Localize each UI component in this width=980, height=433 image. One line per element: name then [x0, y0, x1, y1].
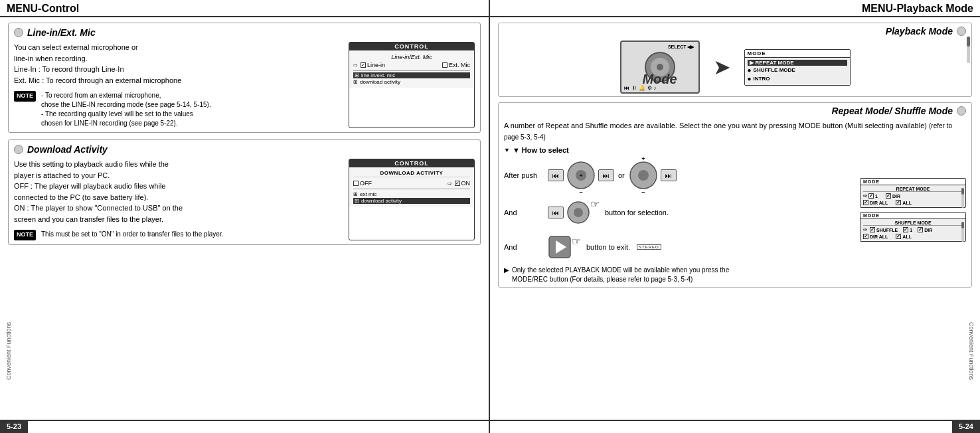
- on-label: ON: [461, 180, 471, 187]
- svg-point-2: [657, 64, 663, 70]
- repeat-scroll-thumb: [961, 188, 964, 195]
- download-section: Download Activity Use this setting to pl…: [8, 139, 481, 245]
- dl-menu-item-2: ⊞ download activity: [353, 198, 470, 204]
- line-in-label: Line-in: [367, 62, 385, 68]
- left-header-text: MENU-Control: [7, 3, 79, 14]
- playback-mode-section: Playback Mode SELECT ◀▶ Mo: [498, 23, 972, 97]
- section-body: You can select external microphone or li…: [14, 42, 475, 128]
- line-in-title: Line-in/Ext. Mic: [27, 27, 96, 38]
- shuffle-1-item: 1: [903, 227, 912, 232]
- right-content: Playback Mode SELECT ◀▶ Mo: [490, 17, 980, 420]
- on-arrow: ⇨: [448, 181, 452, 187]
- how-to-select: ▼ ▼ How to select: [504, 146, 966, 154]
- repeat-dir-label: DIR: [892, 194, 900, 199]
- nav-group-1: ⏮ + – ⏭: [548, 161, 614, 190]
- mode-panel-header: MODE: [745, 50, 850, 58]
- shuffle-dirall-check[interactable]: [863, 234, 868, 239]
- repeat-shuffle-section: Repeat Mode/ Shuffle Mode A number of Re…: [498, 102, 972, 288]
- menu-item-2-text: download activity: [360, 79, 400, 85]
- triangle-bullet: ▼: [504, 147, 510, 153]
- download-body-text: Use this setting to playback audio files…: [14, 159, 343, 224]
- shuffle-dir-label: DIR: [924, 228, 932, 232]
- shuffle-dirall-label: DIR ALL: [870, 234, 888, 239]
- right-header: MENU-Playback Mode: [490, 0, 980, 17]
- mode-bullet-shuffle: ●: [748, 66, 752, 74]
- d-pad-sm: ☞: [566, 201, 590, 224]
- d-pad-container: + –: [566, 161, 596, 190]
- control-options-row: ⇨ Line-in Ext. Mic: [353, 61, 470, 69]
- repeat-dir-item: DIR: [886, 193, 900, 199]
- off-label: OFF: [360, 180, 372, 187]
- mode-panels-col: MODE REPEAT MODE ⇨ 1: [860, 178, 966, 262]
- shuffle-1-check[interactable]: [903, 227, 908, 232]
- stereo-text: STEREO: [637, 244, 661, 250]
- repeat-all-item: ALL: [896, 200, 912, 205]
- line-in-section: Line-in/Ext. Mic You can select external…: [8, 23, 481, 133]
- ext-mic-checkbox[interactable]: [442, 62, 448, 68]
- line-in-note-row: NOTE - To record from an external microp…: [14, 91, 343, 128]
- shuffle-arrow: ⇨: [863, 227, 867, 232]
- player-display: SELECT ◀▶ Mode ⏮ ⏸ 🔔 ⚙ ♪: [620, 41, 700, 94]
- repeat-dirall-label: DIR ALL: [870, 201, 888, 205]
- and-exit-row: And ☞ button to exit. STEREO: [504, 235, 853, 259]
- shuffle-1-label: 1: [910, 228, 912, 232]
- repeat-1-item: ⇨ 1: [863, 193, 878, 199]
- repeat-1-check[interactable]: [868, 193, 874, 199]
- download-title-bar: Download Activity: [14, 144, 475, 155]
- mode-bullet-intro: ●: [748, 75, 752, 82]
- repeat-dirall-item: DIR ALL: [863, 200, 888, 205]
- right-page-number: 5-24: [952, 421, 980, 433]
- control-body: Line-in/Ext. Mic ⇨ Line-in: [349, 50, 474, 88]
- mode-item-repeat: ▶ REPEAT MODE: [748, 60, 847, 66]
- repeat-section-title: Repeat Mode/ Shuffle Mode: [831, 106, 953, 116]
- shuffle-arrow-item: ⇨: [863, 227, 867, 232]
- shuffle-check[interactable]: [870, 227, 875, 232]
- shuffle-mode-row-1: ⇨ SHUFFLE 1: [863, 226, 963, 233]
- play-btn-container: ☞: [548, 235, 572, 259]
- shuffle-all-label: ALL: [902, 234, 912, 239]
- d-pad-sm-icon: [566, 201, 590, 224]
- control-title: Line-in/Ext. Mic: [391, 54, 432, 60]
- download-text-col: Use this setting to playback audio files…: [14, 159, 343, 240]
- section-circle: [14, 28, 23, 37]
- next-btn-2[interactable]: ⏭: [661, 169, 677, 181]
- shuffle-mode-header: MODE: [860, 213, 965, 219]
- shuffle-dir-item: DIR: [918, 227, 932, 232]
- off-option: OFF: [353, 180, 372, 187]
- repeat-all-check[interactable]: [896, 200, 901, 205]
- repeat-dirall-check[interactable]: [863, 200, 868, 205]
- prev-btn[interactable]: ⏮: [548, 169, 564, 181]
- shuffle-all-check[interactable]: [896, 234, 901, 239]
- bottom-left: 5-23: [0, 421, 490, 433]
- menu-item-1: ⊞ line-in/ext. mic: [353, 72, 470, 78]
- next-btn[interactable]: ⏭: [598, 169, 614, 181]
- and-label-2: And: [504, 243, 544, 251]
- minus-label: –: [579, 189, 582, 195]
- dl-menu-item-1-text: ext mic: [360, 191, 376, 197]
- left-sidebar-label: Convenient Functions: [5, 322, 12, 380]
- playback-row: SELECT ◀▶ Mode ⏮ ⏸ 🔔 ⚙ ♪ ➤: [504, 41, 966, 94]
- right-sidebar-text: Convenient Functions: [968, 322, 975, 380]
- line-in-body-text: You can select external microphone or li…: [14, 42, 343, 86]
- scroll-bar: [967, 37, 970, 63]
- off-checkbox[interactable]: [353, 181, 359, 186]
- menu-item-2: ⊞ download activity: [353, 78, 470, 86]
- control-title-row: Line-in/Ext. Mic: [353, 53, 470, 61]
- arrow-indicator: ⇨: [353, 62, 358, 68]
- repeat-dir-check[interactable]: [886, 193, 891, 199]
- on-checkbox[interactable]: [455, 181, 460, 186]
- shuffle-label: SHUFFLE: [876, 228, 898, 232]
- note-bottom: ▶ Only the selected PLAYBACK MODE will b…: [504, 266, 966, 284]
- button-selection-text: button for selection.: [605, 209, 669, 217]
- playback-mode-title: Playback Mode: [886, 26, 953, 37]
- finger-icon-2: ☞: [572, 235, 581, 248]
- prev-btn-3[interactable]: ⏮: [548, 207, 564, 218]
- left-sidebar-text: Convenient Functions: [5, 322, 12, 380]
- line-in-checkbox[interactable]: [361, 62, 366, 68]
- repeat-mode-row-1: ⇨ 1 DIR: [863, 193, 963, 199]
- shuffle-dir-check[interactable]: [918, 227, 923, 232]
- after-push-row: After push ⏮ + –: [504, 161, 853, 190]
- repeat-circle: [957, 106, 966, 116]
- download-circle: [14, 145, 23, 154]
- svg-point-6: [638, 170, 649, 181]
